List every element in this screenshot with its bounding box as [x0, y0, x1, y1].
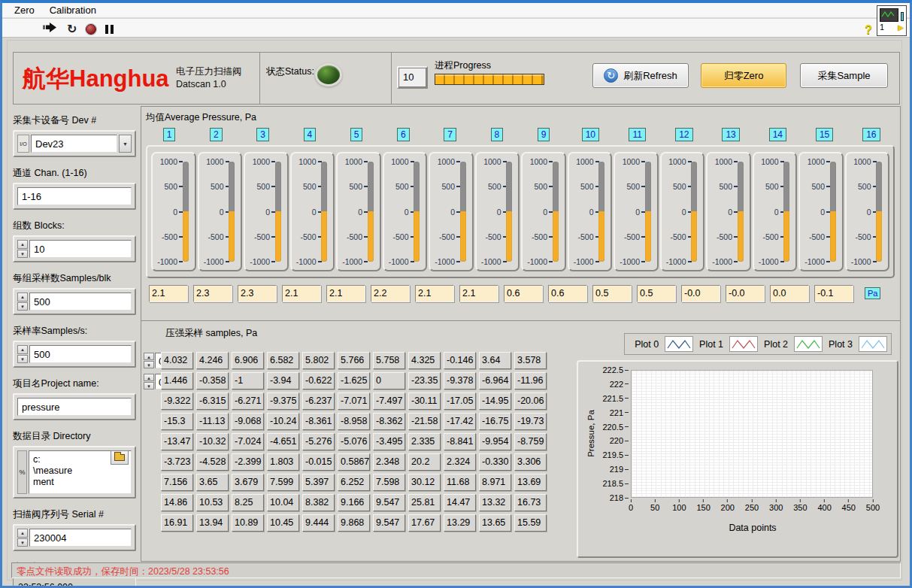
project-value[interactable]: pressure — [17, 398, 132, 416]
directory-field[interactable]: % c: \measure ment — [13, 446, 136, 499]
y-tick: 219.5 — [602, 450, 629, 459]
legend-item[interactable]: Plot 0 — [629, 336, 693, 352]
rate-value[interactable]: 500 — [29, 345, 132, 363]
gauge-scale-number: -1000 — [712, 257, 732, 266]
avg-pressure-value: 0.6 — [548, 285, 587, 302]
sample-cell: -9.378 — [444, 372, 476, 389]
menu-zero[interactable]: Zero — [7, 4, 42, 17]
gauge-scale-number: -1000 — [250, 257, 270, 266]
sample-cell: 7.598 — [373, 474, 405, 491]
chan-value[interactable]: 1-16 — [17, 187, 132, 205]
blocks-spinner[interactable]: ▲ ▼ 10 — [13, 235, 136, 262]
blocks-value[interactable]: 10 — [29, 240, 132, 258]
gauge-scale-tick: -1000 — [157, 257, 183, 266]
pause-icon[interactable] — [105, 25, 114, 34]
product-name: 电子压力扫描阀 Datscan 1.0 — [176, 65, 242, 91]
samples-blk-spinner[interactable]: ▲ ▼ 500 — [13, 288, 136, 315]
project-label: 项目名Project name: — [13, 377, 136, 390]
sample-cell: -8.361 — [302, 413, 335, 430]
blocks-spin-up[interactable]: ▲ — [17, 240, 28, 249]
rate-spin-down[interactable]: ▼ — [17, 355, 28, 364]
gauge-scale-tick: -1000 — [204, 257, 229, 266]
avg-pressure-value: 0.6 — [504, 285, 543, 302]
x-tick-mark — [751, 499, 752, 502]
menu-calibration[interactable]: Calibration — [42, 4, 104, 17]
sample-cell: 5.758 — [373, 352, 405, 369]
gauge-scale: 10005000-500-1000 — [617, 162, 645, 262]
legend-item[interactable]: Plot 3 — [823, 336, 887, 352]
sample-cell: 7.599 — [267, 474, 299, 491]
legend-item[interactable]: Plot 1 — [693, 336, 758, 352]
sample-cell: 3.65 — [196, 474, 229, 491]
sample-cell: 10.89 — [232, 514, 264, 532]
serial-value[interactable]: 230004 — [29, 529, 132, 547]
vi-icon[interactable]: 1 ▶ — [877, 5, 907, 36]
row-index-spin-down[interactable]: ▼ — [144, 361, 154, 368]
help-icon[interactable]: ? — [865, 23, 872, 37]
status-bar: 零点文件读取成功，保存时间：2023/5/28 23:53:56 — [11, 562, 901, 578]
dev-dropdown-button[interactable]: ▼ — [119, 135, 132, 153]
run-continuous-icon[interactable]: ↻ — [67, 23, 77, 35]
gauge-scale-tick: 500 — [164, 182, 183, 191]
gauge-scale-number: -500 — [855, 232, 871, 241]
avg-pressure-value: -0.1 — [814, 285, 853, 302]
gauge-scale-tick: 500 — [488, 182, 507, 191]
col-index-spin-down[interactable]: ▼ — [144, 382, 154, 389]
sample-cell: -9.954 — [479, 433, 511, 450]
gauge-scale-tick: 500 — [673, 182, 692, 191]
gauge-scale-number: 0 — [728, 208, 732, 217]
sample-button[interactable]: 采集Sample — [800, 63, 888, 88]
sample-cell: -4.651 — [267, 433, 299, 450]
abort-icon[interactable] — [86, 24, 96, 35]
gauge-scale-tick: -500 — [439, 232, 460, 241]
sample-cell: 5.397 — [302, 474, 335, 491]
folder-icon — [114, 454, 125, 461]
vi-arrow-icon: ▶ — [898, 23, 904, 32]
gauge-scale: 10005000-500-1000 — [201, 162, 229, 262]
serial-spinner[interactable]: ▲ ▼ 230004 — [13, 524, 136, 551]
samples-blk-spin-up[interactable]: ▲ — [17, 292, 28, 302]
browse-folder-button[interactable] — [111, 450, 129, 465]
rate-spin-up[interactable]: ▲ — [17, 345, 28, 354]
gauge-thermometer-tube — [414, 162, 420, 262]
gauge-tick-mark — [271, 161, 275, 162]
sample-cell: -6.315 — [196, 393, 229, 410]
blocks-spin-down[interactable]: ▼ — [17, 250, 28, 259]
col-index-spin-up[interactable]: ▲ — [144, 374, 154, 381]
pressure-gauge: 10005000-500-1000 — [429, 152, 474, 271]
run-icon[interactable] — [43, 22, 58, 36]
y-tick: 220 — [610, 436, 629, 445]
legend-item[interactable]: Plot 2 — [758, 336, 823, 352]
dev-combo[interactable]: I/O Dev23 ▼ — [13, 130, 136, 157]
logo-cell: 航华Hanghua 电子压力扫描阀 Datscan 1.0 — [14, 53, 260, 104]
sample-cell: 7.156 — [161, 474, 193, 491]
refresh-button[interactable]: ↻ 刷新Refresh — [592, 63, 689, 88]
serial-spin-down[interactable]: ▼ — [17, 538, 28, 547]
gauge-scale-tick: -500 — [392, 232, 414, 241]
sample-cell: -0.330 — [479, 453, 511, 471]
gauge-scale-tick: 500 — [626, 182, 645, 191]
sample-cell: -23.35 — [408, 372, 441, 389]
gauge-scale-number: 1000 — [298, 157, 316, 166]
gauge-scale-number: 0 — [450, 208, 455, 217]
chan-field[interactable]: 1-16 — [13, 183, 136, 210]
samples-blk-spin-down[interactable]: ▼ — [17, 302, 28, 311]
zero-button[interactable]: 归零Zero — [701, 63, 786, 88]
channel-badge: 9 — [538, 128, 550, 141]
serial-spin-up[interactable]: ▲ — [17, 529, 28, 538]
gauge-tick-mark — [734, 161, 738, 162]
sample-cell: -0.622 — [302, 372, 335, 389]
dev-value[interactable]: Dev23 — [31, 135, 117, 153]
project-field[interactable]: pressure — [13, 393, 136, 420]
rate-spinner[interactable]: ▲ ▼ 500 — [13, 341, 136, 368]
row-index-spin-up[interactable]: ▲ — [144, 353, 154, 360]
dev-label: 采集卡设备号 Dev # — [13, 114, 136, 127]
sample-cell: 6.252 — [338, 474, 370, 491]
channel-badge: 11 — [629, 128, 645, 141]
sample-cell: 3.64 — [479, 352, 511, 369]
samples-blk-value[interactable]: 500 — [29, 292, 132, 311]
gauge-scale-number: -500 — [762, 232, 778, 241]
vi-number: 1 — [880, 23, 884, 32]
io-icon: I/O — [17, 135, 29, 153]
refresh-icon: ↻ — [604, 68, 618, 83]
